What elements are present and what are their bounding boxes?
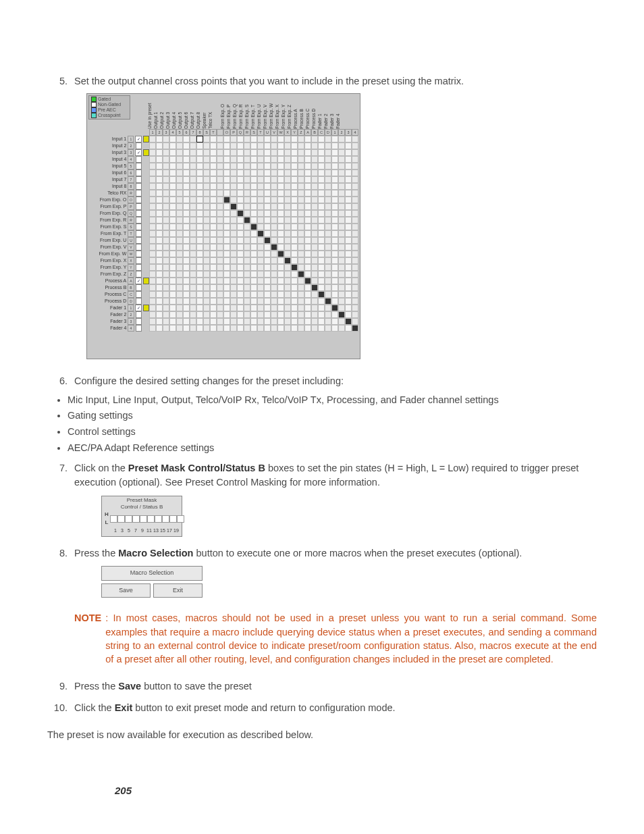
matrix-cell[interactable] [210,291,217,298]
matrix-cell[interactable] [190,170,196,176]
matrix-cell[interactable] [176,291,183,298]
matrix-cell[interactable] [237,183,244,190]
matrix-cell[interactable] [223,217,230,224]
matrix-cell[interactable] [311,264,318,271]
matrix-cell[interactable] [250,176,257,183]
matrix-cell[interactable] [277,318,284,325]
matrix-cell[interactable] [203,170,210,176]
matrix-cell[interactable] [298,136,304,142]
matrix-cell[interactable] [277,142,284,149]
matrix-cell[interactable] [338,305,345,311]
matrix-cell[interactable] [352,278,358,284]
matrix-cell[interactable] [345,278,352,284]
matrix-cell[interactable] [277,311,284,318]
matrix-cell[interactable] [271,149,277,156]
matrix-cell[interactable] [298,284,304,291]
matrix-cell[interactable] [325,142,331,149]
matrix-cell[interactable] [210,264,217,271]
matrix-cell[interactable] [149,305,156,311]
matrix-cell[interactable] [257,305,264,311]
matrix-cell[interactable] [331,284,338,291]
matrix-cell[interactable] [163,156,169,163]
matrix-cell[interactable] [169,305,176,311]
matrix-cell[interactable] [237,264,244,271]
matrix-cell[interactable] [149,318,156,325]
matrix-cell[interactable] [203,311,210,318]
matrix-cell[interactable] [271,163,277,170]
matrix-cell[interactable] [318,264,325,271]
matrix-cell[interactable] [291,278,298,284]
matrix-cell[interactable] [284,170,291,176]
matrix-cell[interactable] [217,237,223,244]
matrix-cell[interactable] [237,318,244,325]
matrix-cell[interactable] [230,149,237,156]
matrix-cell[interactable] [325,311,331,318]
matrix-cell[interactable] [284,203,291,210]
matrix-cell[interactable] [284,149,291,156]
matrix-cell[interactable] [163,278,169,284]
matrix-cell[interactable] [284,217,291,224]
matrix-cell[interactable] [183,149,190,156]
matrix-cell[interactable] [196,210,203,217]
matrix-cell[interactable] [264,318,271,325]
matrix-cell[interactable] [311,251,318,257]
matrix-cell[interactable] [223,149,230,156]
matrix-cell[interactable] [291,318,298,325]
preset-mask-cell[interactable] [147,515,155,523]
matrix-cell[interactable] [304,237,311,244]
matrix-cell[interactable] [223,163,230,170]
matrix-cell[interactable] [345,176,352,183]
matrix-cell[interactable] [196,251,203,257]
matrix-cell[interactable] [250,149,257,156]
matrix-cell[interactable] [311,190,318,197]
matrix-cell[interactable] [176,251,183,257]
matrix-cell[interactable] [250,264,257,271]
matrix-cell[interactable] [271,305,277,311]
matrix-cell[interactable] [217,156,223,163]
matrix-cell[interactable] [331,318,338,325]
matrix-cell[interactable] [163,244,169,251]
matrix-cell[interactable] [331,251,338,257]
matrix-cell[interactable] [217,244,223,251]
matrix-cell[interactable] [217,217,223,224]
matrix-cell[interactable] [237,190,244,197]
matrix-row-checkbox[interactable] [136,291,142,298]
matrix-cell[interactable] [284,305,291,311]
matrix-cell[interactable] [291,305,298,311]
matrix-cell[interactable] [304,156,311,163]
matrix-cell[interactable] [203,251,210,257]
matrix-cell[interactable] [304,217,311,224]
matrix-cell[interactable] [203,136,210,142]
matrix-cell[interactable] [244,298,250,305]
matrix-cell[interactable] [223,251,230,257]
matrix-cell[interactable] [183,237,190,244]
matrix-cell[interactable] [196,170,203,176]
matrix-cell[interactable] [352,264,358,271]
matrix-cell[interactable] [257,264,264,271]
matrix-cell[interactable] [291,244,298,251]
matrix-cell[interactable] [244,284,250,291]
matrix-cell[interactable] [250,278,257,284]
matrix-cell[interactable] [149,149,156,156]
matrix-cell[interactable] [264,142,271,149]
matrix-cell[interactable] [325,183,331,190]
matrix-cell[interactable] [338,163,345,170]
matrix-row-checkbox[interactable] [136,176,142,183]
matrix-cell[interactable] [210,217,217,224]
matrix-cell[interactable] [298,251,304,257]
matrix-cell[interactable] [244,190,250,197]
matrix-cell[interactable] [284,224,291,230]
matrix-cell[interactable] [331,224,338,230]
matrix-cell[interactable] [183,230,190,237]
matrix-cell[interactable] [210,305,217,311]
matrix-cell[interactable] [210,284,217,291]
matrix-cell[interactable] [325,190,331,197]
matrix-cell[interactable] [217,210,223,217]
matrix-cell[interactable] [176,197,183,203]
matrix-cell[interactable] [190,298,196,305]
matrix-cell[interactable] [277,217,284,224]
matrix-row-checkbox[interactable]: ✓ [135,278,141,284]
matrix-cell[interactable] [244,183,250,190]
matrix-cell[interactable] [311,203,318,210]
matrix-cell[interactable] [176,311,183,318]
